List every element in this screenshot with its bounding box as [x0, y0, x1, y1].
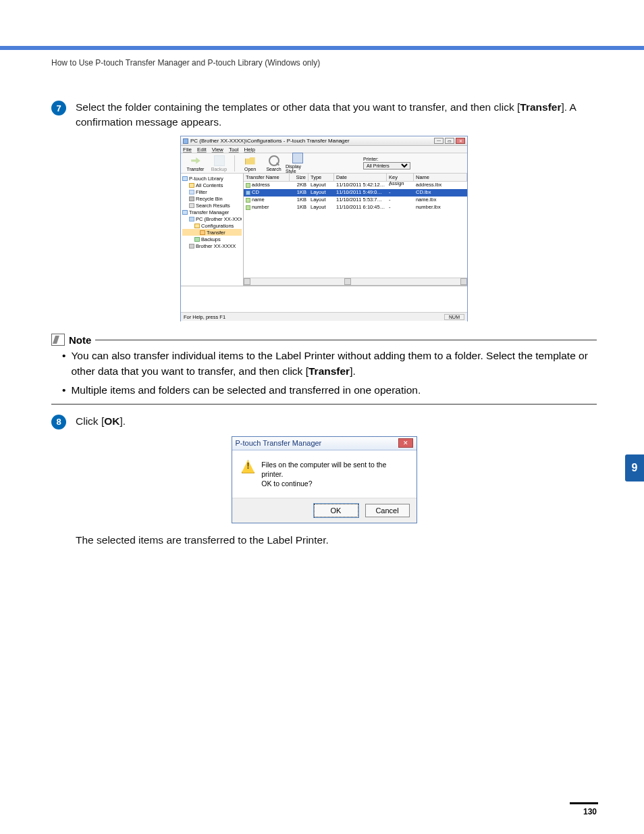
- printer-selector: Printer: All Printers: [363, 157, 464, 170]
- scroll-thumb[interactable]: [344, 278, 351, 285]
- list-empty-area: [244, 211, 467, 278]
- tree-ptouch-library[interactable]: P-touch Library: [182, 175, 242, 182]
- layout-icon: [246, 190, 250, 195]
- tree-all-contents[interactable]: All Contents: [182, 182, 242, 188]
- col-name[interactable]: Name: [414, 174, 467, 181]
- step-7-bold: Transfer: [520, 101, 561, 113]
- tree-configurations[interactable]: Configurations: [182, 222, 242, 229]
- dialog-body: Files on the computer will be sent to th…: [232, 450, 417, 498]
- step-8-text: Click [OK].: [76, 414, 126, 429]
- open-icon: [245, 155, 256, 166]
- top-accent-bar: [0, 46, 644, 50]
- step-7: 7 Select the folder containing the templ…: [51, 100, 597, 129]
- confirmation-dialog: P-touch Transfer Manager ✕ Files on the …: [232, 436, 417, 524]
- col-size[interactable]: Size: [290, 174, 308, 181]
- tool-search-label: Search: [266, 167, 281, 172]
- menu-edit[interactable]: Edit: [197, 147, 207, 153]
- transfer-icon: [190, 155, 201, 166]
- body-split: P-touch Library All Contents Filter Recy…: [181, 174, 467, 286]
- step-8-number: 8: [51, 415, 66, 429]
- after-text: The selected items are transferred to th…: [76, 533, 597, 548]
- col-transfer-name[interactable]: Transfer Name: [244, 174, 290, 181]
- tree-label: Configurations: [201, 223, 234, 229]
- tool-open-label: Open: [244, 167, 256, 172]
- tree-filter[interactable]: Filter: [182, 188, 242, 195]
- page-header: How to Use P-touch Transfer Manager and …: [51, 58, 597, 68]
- tree-label: PC (Brother XX-XXXX): [196, 216, 242, 222]
- tool-open[interactable]: Open: [238, 155, 262, 172]
- note-label: Note: [69, 334, 91, 346]
- tree-backups[interactable]: Backups: [182, 236, 242, 242]
- note-end-rule: [51, 404, 597, 405]
- layout-icon: [246, 205, 250, 210]
- preview-pane: [181, 286, 467, 329]
- tree-label: Transfer: [207, 230, 225, 236]
- list-row[interactable]: number1KBLayout11/10/2011 6:10:45…-numbe…: [244, 204, 467, 211]
- minimize-button[interactable]: —: [434, 138, 444, 144]
- list-rows: address2KBLayout11/10/2011 5:42:12…-addr…: [244, 182, 467, 211]
- library-icon: [182, 176, 188, 181]
- list-row[interactable]: address2KBLayout11/10/2011 5:42:12…-addr…: [244, 182, 467, 189]
- note-bullet-2: Multiple items and folders can be select…: [51, 383, 597, 398]
- step-7-number: 7: [51, 101, 66, 115]
- dialog-titlebar: P-touch Transfer Manager ✕: [232, 437, 417, 450]
- menu-bar: File Edit View Tool Help: [181, 146, 467, 153]
- list-row[interactable]: CD1KBLayout11/10/2011 5:49:0…-CD.lbx: [244, 189, 467, 197]
- scroll-left-button[interactable]: [244, 278, 250, 285]
- layout-icon: [246, 198, 250, 203]
- tree-printer[interactable]: Brother XX-XXXX: [182, 242, 242, 249]
- tool-backup: Backup: [207, 155, 231, 172]
- titlebar: PC (Brother XX-XXXX)\Configurations - P-…: [181, 136, 467, 146]
- tree-label: Search Results: [196, 203, 230, 209]
- dialog-close-button[interactable]: ✕: [398, 438, 413, 448]
- menu-view[interactable]: View: [212, 147, 223, 153]
- search-icon: [269, 155, 279, 166]
- note-block: Note You can also transfer individual it…: [51, 334, 597, 404]
- tool-transfer[interactable]: Transfer: [184, 155, 207, 172]
- tree-recycle-bin[interactable]: Recycle Bin: [182, 195, 242, 202]
- menu-tool[interactable]: Tool: [229, 147, 239, 153]
- cancel-button[interactable]: Cancel: [365, 504, 410, 517]
- tool-display-style[interactable]: Display Style: [286, 153, 309, 174]
- tree-transfer-folder[interactable]: Transfer: [182, 229, 242, 236]
- display-style-icon: [292, 153, 303, 163]
- step-8-bold: OK: [104, 415, 119, 427]
- maximize-button[interactable]: ▭: [445, 138, 454, 144]
- horizontal-scrollbar[interactable]: [244, 278, 467, 285]
- tree-transfer-manager[interactable]: Transfer Manager: [182, 209, 242, 215]
- tree-pc[interactable]: PC (Brother XX-XXXX): [182, 215, 242, 222]
- printer-icon: [189, 244, 194, 249]
- scroll-right-button[interactable]: [460, 278, 467, 285]
- col-type[interactable]: Type: [308, 174, 334, 181]
- col-date[interactable]: Date: [334, 174, 387, 181]
- col-key-assign[interactable]: Key Assign: [387, 174, 414, 181]
- tree-label: P-touch Library: [189, 176, 223, 182]
- tree-label: Transfer Manager: [189, 209, 229, 215]
- menu-file[interactable]: File: [183, 147, 192, 153]
- close-button[interactable]: ✕: [456, 138, 465, 144]
- toolbar: Transfer Backup Open Search Display Styl…: [181, 153, 467, 174]
- tree-search-results[interactable]: Search Results: [182, 202, 242, 209]
- step-7-text-a: Select the folder containing the templat…: [76, 101, 520, 113]
- note-b1-bold: Transfer: [308, 365, 350, 377]
- status-bar: For Help, press F1 NUM: [181, 312, 467, 321]
- status-help-text: For Help, press F1: [184, 314, 225, 320]
- tree-label: All Contents: [196, 182, 223, 188]
- pc-icon: [189, 217, 194, 221]
- step-8-text-b: ].: [119, 415, 126, 427]
- tree-label: Filter: [196, 189, 207, 195]
- backup-icon: [214, 155, 225, 166]
- menu-help[interactable]: Help: [244, 147, 255, 153]
- printer-dropdown[interactable]: All Printers: [363, 162, 410, 170]
- warning-icon: [242, 460, 255, 473]
- ok-button[interactable]: OK: [314, 504, 358, 517]
- list-row[interactable]: name1KBLayout11/10/2011 5:53:7…-name.lbx: [244, 197, 467, 204]
- filter-icon: [189, 190, 194, 194]
- folder-tree[interactable]: P-touch Library All Contents Filter Recy…: [181, 174, 244, 286]
- tool-search[interactable]: Search: [262, 155, 286, 172]
- step-8-text-a: Click [: [76, 415, 104, 427]
- tree-label: Recycle Bin: [196, 196, 223, 202]
- tool-display-label: Display Style: [286, 164, 309, 174]
- printer-label: Printer:: [363, 157, 410, 161]
- recycle-icon: [189, 197, 194, 201]
